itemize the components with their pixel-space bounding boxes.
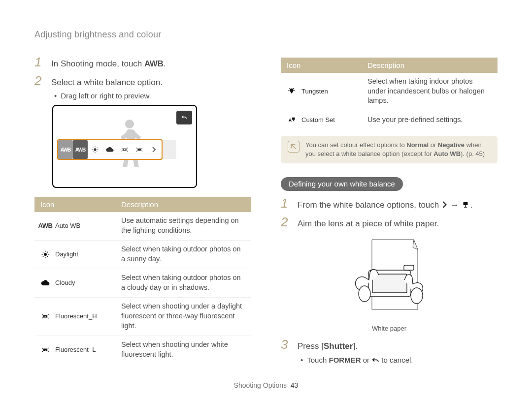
th-icon: Icon	[34, 197, 115, 212]
tungsten-icon	[287, 86, 297, 96]
svg-line-32	[42, 317, 43, 318]
cell-desc: Select when shooting under a daylight fl…	[115, 298, 251, 336]
svg-rect-52	[372, 274, 407, 293]
note-post2: ). (p. 45)	[461, 150, 485, 157]
cell-desc: Select when taking outdoor photos on a s…	[115, 241, 251, 269]
svg-point-0	[94, 148, 96, 151]
svg-line-18	[136, 151, 137, 152]
th-icon: Icon	[281, 58, 362, 73]
fluorescent-h-icon: H	[40, 311, 50, 321]
b3-pre: Touch	[307, 356, 329, 364]
note-pre: You can set colour effect options to	[305, 141, 406, 149]
svg-rect-14	[124, 149, 126, 150]
awb-icon: AWB	[144, 59, 163, 68]
r1-pre: From the white balance options, touch	[298, 200, 441, 210]
svg-line-11	[127, 148, 128, 149]
step-number: 1	[34, 55, 43, 70]
bullet-preview: Drag left or right to preview.	[54, 92, 251, 100]
scroll-right-icon[interactable]	[147, 147, 162, 153]
svg-point-55	[411, 288, 423, 304]
note-bold: Negative	[438, 141, 465, 149]
camera-preview: AWB AWB	[52, 105, 197, 188]
former-icon: FORMER	[329, 356, 361, 364]
svg-point-54	[359, 286, 370, 302]
breadcrumb: Adjusting brightness and colour	[34, 30, 498, 40]
note-bold: Auto WB	[433, 150, 461, 157]
svg-text:H: H	[44, 315, 46, 318]
svg-line-39	[48, 351, 49, 352]
cell-desc: Use your pre-defined settings.	[362, 111, 498, 130]
cell-name: Auto WB	[55, 221, 80, 230]
table-row: Daylight Select when taking outdoor phot…	[34, 241, 251, 269]
th-desc: Description	[362, 58, 498, 73]
chip-fluo-l[interactable]	[132, 140, 147, 159]
svg-line-38	[42, 351, 43, 352]
cell-name: Tungsten	[301, 87, 328, 96]
step-number: 1	[281, 196, 290, 211]
white-paper-diagram: White paper	[281, 236, 498, 332]
step-text: From the white balance options, touch → …	[298, 199, 472, 212]
svg-rect-48	[464, 202, 468, 205]
svg-line-36	[42, 347, 43, 348]
chip-cloud[interactable]	[102, 140, 117, 159]
svg-line-25	[43, 251, 44, 252]
table-row: Tungsten Select when taking indoor photo…	[281, 73, 498, 111]
chip-awb-sel[interactable]: AWB	[73, 140, 88, 159]
svg-line-33	[48, 317, 49, 318]
svg-line-10	[122, 148, 123, 149]
svg-line-7	[93, 151, 93, 152]
svg-rect-42	[291, 92, 293, 93]
chip-awb-thumb[interactable]: AWB	[58, 140, 73, 159]
note-bold: Normal	[406, 141, 429, 149]
step-number: 2	[281, 215, 290, 230]
step1-post: .	[163, 59, 166, 68]
note-box: You can set colour effect options to Nor…	[281, 136, 498, 163]
th-desc: Description	[115, 197, 251, 212]
svg-line-19	[142, 151, 143, 152]
cell-name: Cloudy	[55, 278, 75, 287]
right-column: Icon Description Tungsten Select when ta…	[281, 55, 498, 369]
svg-point-20	[44, 253, 47, 256]
chip-fluo-h[interactable]	[117, 140, 132, 159]
step-2: 2 Select a white balance option.	[34, 73, 251, 89]
table-row: AWBAuto WB Use automatic settings depend…	[34, 212, 251, 241]
step-text: Aim the lens at a piece of white paper.	[298, 217, 439, 230]
cell-desc: Use automatic settings depending on the …	[115, 212, 251, 241]
svg-point-41	[290, 89, 294, 93]
cell-name: Daylight	[55, 250, 78, 259]
sun-icon	[40, 249, 50, 259]
cell-name: Fluorescent_H	[55, 312, 97, 321]
svg-line-45	[290, 88, 291, 89]
chip-sun[interactable]	[88, 140, 102, 159]
wb-table-left: Icon Description AWBAuto WB Use automati…	[34, 197, 251, 364]
step-text: Select a white balance option.	[51, 76, 163, 89]
r3-pre: Press [	[298, 341, 324, 351]
page-footer: Shooting Options 43	[0, 381, 532, 389]
cell-name: Custom Set	[301, 116, 335, 124]
step-text: In Shooting mode, touch AWB.	[51, 58, 166, 70]
svg-rect-53	[404, 265, 414, 270]
r-step-1: 1 From the white balance options, touch …	[281, 196, 498, 212]
note-text: You can set colour effect options to Nor…	[305, 141, 491, 158]
svg-line-37	[48, 347, 49, 348]
wb-scroller[interactable]: AWB AWB	[57, 139, 163, 160]
cloud-icon	[40, 278, 50, 288]
cell-name: Fluorescent_L	[55, 345, 96, 354]
chevron-right-icon	[441, 201, 448, 208]
svg-line-30	[42, 314, 43, 315]
custom-set-icon	[461, 201, 470, 209]
svg-line-13	[127, 151, 128, 152]
b3-post: to cancel.	[379, 356, 413, 364]
table-row: LFluorescent_L Select when shooting unde…	[34, 336, 251, 365]
svg-line-5	[93, 147, 93, 148]
note-mid: or	[429, 141, 438, 149]
fluorescent-l-icon: L	[40, 345, 50, 355]
footer-section: Shooting Options	[234, 381, 287, 389]
wb-table-right: Icon Description Tungsten Select when ta…	[281, 58, 498, 130]
r3-post: ].	[353, 341, 357, 351]
diagram-label: White paper	[281, 325, 498, 332]
back-icon[interactable]	[176, 111, 192, 124]
step-number: 3	[281, 337, 290, 352]
cell-desc: Select when taking outdoor photos on a c…	[115, 269, 251, 298]
svg-line-8	[97, 147, 97, 148]
